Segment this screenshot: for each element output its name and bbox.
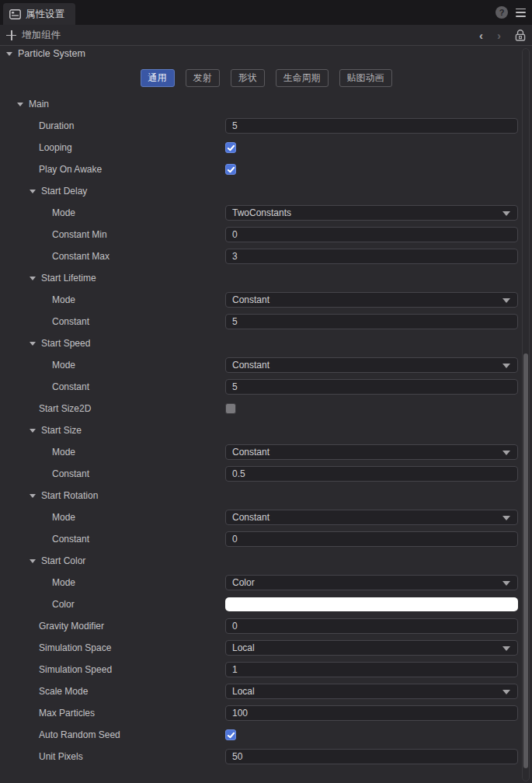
property-control: 1 <box>225 662 518 677</box>
checkbox[interactable] <box>225 729 236 740</box>
checkbox[interactable] <box>225 164 236 175</box>
value-input[interactable]: 5 <box>225 379 518 395</box>
property-label[interactable]: Start Delay <box>0 186 518 197</box>
value-input[interactable]: 0 <box>225 531 518 547</box>
dropdown-select[interactable]: Constant <box>225 357 518 373</box>
checkbox[interactable] <box>225 403 236 414</box>
title-bar: 属性设置 ? <box>0 0 532 25</box>
label-text: Start Size <box>41 425 82 436</box>
label-text: Play On Awake <box>39 164 102 175</box>
value-input[interactable]: 50 <box>225 749 518 764</box>
dropdown-select[interactable]: Local <box>225 684 518 699</box>
section-row: Start Delay <box>0 180 532 202</box>
property-control: 50 <box>225 749 518 764</box>
value-input[interactable]: 5 <box>225 118 518 134</box>
property-label[interactable]: Start Speed <box>0 338 518 349</box>
collapse-triangle-icon[interactable] <box>30 429 36 433</box>
tab-inactive[interactable]: 发射 <box>186 69 220 87</box>
property-row: Scale ModeLocal <box>0 680 532 702</box>
property-row: Constant Min0 <box>0 224 532 245</box>
property-label: Constant Min <box>0 229 225 240</box>
property-label[interactable]: Main <box>0 99 518 110</box>
label-text: Constant <box>52 316 89 327</box>
collapse-triangle-icon <box>6 52 12 56</box>
property-label: Mode <box>0 577 225 588</box>
collapse-triangle-icon[interactable] <box>30 342 36 346</box>
collapse-triangle-icon[interactable] <box>30 559 36 563</box>
property-control <box>225 729 518 740</box>
collapse-triangle-icon[interactable] <box>30 190 36 193</box>
property-label: Color <box>0 599 225 610</box>
property-label[interactable]: Start Size <box>0 425 518 436</box>
property-label: Auto Random Seed <box>0 729 225 740</box>
label-text: Auto Random Seed <box>39 729 120 740</box>
property-label: Start Size2D <box>0 403 225 414</box>
help-icon[interactable]: ? <box>495 6 508 19</box>
collapse-triangle-icon[interactable] <box>30 494 36 498</box>
property-control: 5 <box>225 379 518 395</box>
property-control: Local <box>225 684 518 699</box>
property-label[interactable]: Start Color <box>0 555 518 566</box>
dropdown-select[interactable]: TwoConstants <box>225 205 518 221</box>
label-text: Main <box>29 99 49 110</box>
dropdown-select[interactable]: Local <box>225 640 518 656</box>
label-text: Simulation Space <box>39 642 111 653</box>
label-text: Mode <box>52 512 75 523</box>
scrollbar-thumb[interactable] <box>523 353 528 768</box>
dropdown-select[interactable]: Constant <box>225 292 518 308</box>
property-label[interactable]: Start Lifetime <box>0 273 518 284</box>
value-input[interactable]: 0 <box>225 227 518 242</box>
label-text: Start Lifetime <box>41 273 96 284</box>
property-label: Mode <box>0 447 225 458</box>
collapse-triangle-icon[interactable] <box>30 277 36 280</box>
value-input[interactable]: 1 <box>225 662 518 677</box>
property-row: Constant0.5 <box>0 463 532 485</box>
tab-inactive[interactable]: 生命周期 <box>276 69 329 87</box>
value-input[interactable]: 0.5 <box>225 466 518 482</box>
lock-icon[interactable] <box>515 30 526 41</box>
property-label: Max Particles <box>0 708 225 719</box>
tab-active[interactable]: 通用 <box>141 69 175 87</box>
panel-tab-properties[interactable]: 属性设置 <box>3 3 75 25</box>
value-input[interactable]: 3 <box>225 249 518 264</box>
add-component-button[interactable]: 增加组件 <box>6 29 61 42</box>
property-label: Looping <box>0 142 225 153</box>
label-text: Start Rotation <box>41 490 98 501</box>
property-row: Simulation Speed1 <box>0 659 532 680</box>
dropdown-select[interactable]: Color <box>225 575 518 590</box>
property-row: Unit Pixels50 <box>0 746 532 767</box>
collapse-triangle-icon[interactable] <box>17 103 23 106</box>
property-control: 5 <box>225 118 518 134</box>
checkbox[interactable] <box>225 142 236 153</box>
property-row: ModeColor <box>0 572 532 593</box>
tab-inactive[interactable]: 贴图动画 <box>339 69 392 87</box>
value-input[interactable]: 0 <box>225 618 518 634</box>
property-label: Gravity Modifier <box>0 621 225 632</box>
property-label: Mode <box>0 360 225 371</box>
property-control: Local <box>225 640 518 656</box>
color-swatch[interactable] <box>225 597 518 611</box>
label-text: Mode <box>52 447 75 458</box>
dropdown-select[interactable]: Constant <box>225 510 518 525</box>
property-label: Constant Max <box>0 251 225 262</box>
scrollbar-track[interactable] <box>522 48 530 781</box>
section-row: Start Size <box>0 419 532 441</box>
value-input[interactable]: 5 <box>225 314 518 329</box>
label-text: Max Particles <box>39 708 95 719</box>
section-row: Start Rotation <box>0 485 532 506</box>
label-text: Start Size2D <box>39 403 91 414</box>
property-control: Constant <box>225 510 518 525</box>
property-control: 100 <box>225 705 518 721</box>
property-label: Scale Mode <box>0 686 225 697</box>
forward-arrow-icon[interactable]: › <box>497 30 501 41</box>
dropdown-select[interactable]: Constant <box>225 444 518 460</box>
tab-inactive[interactable]: 形状 <box>231 69 265 87</box>
value-input[interactable]: 100 <box>225 705 518 721</box>
back-arrow-icon[interactable]: ‹ <box>479 30 483 41</box>
property-label[interactable]: Start Rotation <box>0 490 518 501</box>
menu-icon[interactable] <box>516 9 526 17</box>
label-text: Mode <box>52 207 75 218</box>
label-text: Constant Max <box>52 251 110 262</box>
property-row: Color <box>0 593 532 615</box>
component-header[interactable]: Particle System <box>0 47 532 61</box>
